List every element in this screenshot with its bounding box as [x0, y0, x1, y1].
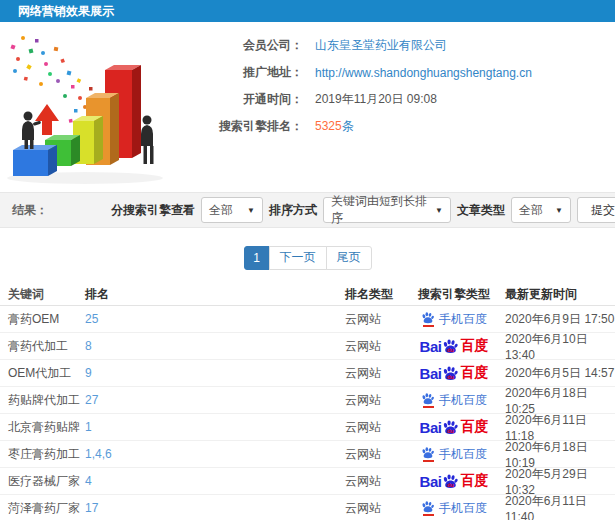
red-underline: [423, 460, 434, 462]
updated-cell: 2020年6月5日 14:57: [505, 365, 615, 382]
keyword-cell: 膏药OEM: [8, 311, 85, 328]
rank-type-cell: 云网站: [345, 338, 403, 355]
baidu-logo: Bai du 百度: [420, 337, 489, 355]
engine-cell: Bai du 百度: [403, 472, 505, 490]
next-page-button[interactable]: 下一页: [269, 246, 327, 270]
baidu-paw-icon: du: [442, 365, 459, 382]
promotion-url-link[interactable]: http://www.shandonghuangshengtang.cn: [315, 66, 532, 80]
open-time-label: 开通时间：: [185, 91, 303, 108]
engine-cell: Bai du 百度: [403, 337, 505, 355]
baidu-logo: Bai du 百度: [420, 472, 489, 490]
keyword-cell: 药贴牌代加工: [8, 392, 85, 409]
info-row-url: 推广地址： http://www.shandonghuangshengtang.…: [185, 59, 615, 86]
up-arrow-icon: [35, 104, 59, 135]
results-table: 关键词 排名 排名类型 搜索引擎类型 最新更新时间 膏药OEM 25 云网站 手…: [0, 283, 615, 520]
info-row-open-time: 开通时间： 2019年11月20日 09:08: [185, 86, 615, 113]
rank-link[interactable]: 17: [85, 501, 345, 515]
keyword-cell: 枣庄膏药加工: [8, 446, 85, 463]
company-link[interactable]: 山东皇圣堂药业有限公司: [315, 37, 447, 54]
svg-text:du: du: [447, 428, 454, 434]
sort-select[interactable]: 关键词由短到长排序 ▼: [323, 197, 451, 223]
mobile-baidu-badge: 手机百度: [421, 311, 487, 328]
submit-button[interactable]: 提交: [577, 197, 615, 223]
page-header: 网络营销效果展示: [0, 0, 615, 22]
baidu-logo: Bai du 百度: [420, 418, 489, 436]
baidu-paw-icon: [421, 446, 435, 460]
pagination: 1 下一页 尾页: [0, 228, 615, 283]
engine-select-value: 全部: [209, 202, 233, 219]
result-label: 结果：: [12, 202, 48, 219]
article-type-select-value: 全部: [519, 202, 543, 219]
rank-type-cell: 云网站: [345, 311, 403, 328]
rank-type-cell: 云网站: [345, 419, 403, 436]
red-underline: [423, 406, 434, 408]
rank-link[interactable]: 8: [85, 339, 345, 353]
table-row: 医疗器械厂家 4 云网站 Bai du 百度 2020年5月29日 10:32: [0, 468, 615, 495]
engine-cell: 手机百度: [403, 446, 505, 463]
bar-blue: [13, 145, 57, 176]
chevron-down-icon: ▼: [555, 206, 563, 215]
rank-type-cell: 云网站: [345, 473, 403, 490]
table-body: 膏药OEM 25 云网站 手机百度 2020年6月9日 17:50 膏药代加工 …: [0, 306, 615, 520]
mobile-baidu-badge: 手机百度: [421, 392, 487, 409]
red-underline: [423, 514, 434, 516]
sort-select-value: 关键词由短到长排序: [331, 193, 427, 227]
table-row: 枣庄膏药加工 1,4,6 云网站 手机百度 2020年6月18日 10:19: [0, 441, 615, 468]
mobile-baidu-paw-icon: [421, 446, 435, 462]
engine-cell: 手机百度: [403, 500, 505, 517]
baidu-paw-icon: du: [442, 338, 459, 355]
growth-chart-illustration: [0, 28, 185, 190]
svg-text:du: du: [447, 374, 454, 380]
info-row-ranking-count: 搜索引擎排名： 5325条: [185, 113, 615, 140]
engine-cell: 手机百度: [403, 311, 505, 328]
last-page-button[interactable]: 尾页: [326, 246, 372, 270]
mobile-baidu-paw-icon: [421, 500, 435, 516]
ranking-count-value: 5325条: [315, 118, 354, 135]
keyword-cell: 菏泽膏药厂家: [8, 500, 85, 517]
table-row: 菏泽膏药厂家 17 云网站 手机百度 2020年6月11日 11:40: [0, 495, 615, 520]
article-type-label: 文章类型: [457, 202, 505, 219]
header-updated: 最新更新时间: [505, 286, 615, 303]
rank-link[interactable]: 4: [85, 474, 345, 488]
table-row: OEM代加工 9 云网站 Bai du 百度 2020年6月5日 14:57: [0, 360, 615, 387]
baidu-paw-icon: du: [442, 419, 459, 436]
mobile-baidu-badge: 手机百度: [421, 500, 487, 517]
info-fields: 会员公司： 山东皇圣堂药业有限公司 推广地址： http://www.shand…: [185, 22, 615, 192]
rank-link[interactable]: 9: [85, 366, 345, 380]
rank-link[interactable]: 25: [85, 312, 345, 326]
baidu-paw-icon: [421, 392, 435, 406]
mobile-baidu-paw-icon: [421, 392, 435, 408]
mobile-baidu-badge: 手机百度: [421, 446, 487, 463]
baidu-paw-icon: du: [442, 473, 459, 490]
rank-link[interactable]: 27: [85, 393, 345, 407]
page-1-button[interactable]: 1: [244, 246, 270, 270]
engine-cell: 手机百度: [403, 392, 505, 409]
rank-link[interactable]: 1,4,6: [85, 447, 345, 461]
table-header-row: 关键词 排名 排名类型 搜索引擎类型 最新更新时间: [0, 283, 615, 306]
header-rank: 排名: [85, 286, 345, 303]
red-underline: [423, 325, 434, 327]
baidu-logo: Bai du 百度: [420, 364, 489, 382]
rank-type-cell: 云网站: [345, 446, 403, 463]
rank-type-cell: 云网站: [345, 392, 403, 409]
mobile-baidu-paw-icon: [421, 311, 435, 327]
rank-type-cell: 云网站: [345, 500, 403, 517]
table-row: 药贴牌代加工 27 云网站 手机百度 2020年6月18日 10:25: [0, 387, 615, 414]
table-row: 北京膏药贴牌 1 云网站 Bai du 百度 2020年6月11日 11:18: [0, 414, 615, 441]
page-title: 网络营销效果展示: [18, 3, 114, 20]
baidu-paw-icon: [421, 311, 435, 325]
bar-chart-growth-image: [0, 28, 185, 190]
chevron-down-icon: ▼: [247, 206, 255, 215]
rank-type-cell: 云网站: [345, 365, 403, 382]
filter-bar: 结果： 分搜索引擎查看 全部 ▼ 排序方式 关键词由短到长排序 ▼ 文章类型 全…: [0, 192, 615, 228]
sort-filter-label: 排序方式: [269, 202, 317, 219]
header-engine-type: 搜索引擎类型: [403, 286, 505, 303]
rank-link[interactable]: 1: [85, 420, 345, 434]
table-row: 膏药代加工 8 云网站 Bai du 百度 2020年6月10日 13:40: [0, 333, 615, 360]
filter-controls: 分搜索引擎查看 全部 ▼ 排序方式 关键词由短到长排序 ▼ 文章类型 全部 ▼ …: [111, 197, 615, 223]
engine-select[interactable]: 全部 ▼: [201, 197, 263, 223]
chevron-down-icon: ▼: [435, 206, 443, 215]
article-type-select[interactable]: 全部 ▼: [511, 197, 571, 223]
businessman-right: [141, 116, 154, 165]
info-section: 会员公司： 山东皇圣堂药业有限公司 推广地址： http://www.shand…: [0, 22, 615, 192]
